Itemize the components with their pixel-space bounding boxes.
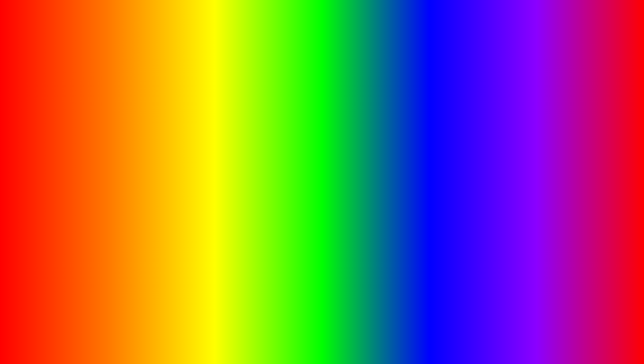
panel-fg-version: Version|X เวอร์ชั่นเอ็กซ์ xyxy=(354,122,391,128)
free-text: FREE xyxy=(453,124,531,143)
sidebar-bg-item-genneral[interactable]: 🏠 Genneral xyxy=(163,99,199,108)
panel-fg-logo: M xyxy=(219,121,227,129)
sidebar-fg-item-raid[interactable]: ⚔ Raid xyxy=(216,179,252,188)
logo-text-container: blox FRUITS xyxy=(573,314,608,331)
fg-toggle-divider3 xyxy=(265,157,266,163)
sidebar-fg-item-genneral[interactable]: 🏠 Genneral xyxy=(216,132,252,142)
sidebar-fg-item-players[interactable]: 👥 Players xyxy=(216,198,252,207)
svg-rect-0 xyxy=(29,287,40,320)
auto-farm-switch[interactable] xyxy=(320,102,331,107)
logo-fruits-text: FRUITS xyxy=(573,321,608,331)
auto-aweak-label: Auto Aweak xyxy=(268,158,378,162)
select-dungeon-label: Select Dungeon : xyxy=(257,168,285,172)
panel-fg-body: 🏠 Genneral 📈 Stats ⚙ MiscFarm 🍎 Fruit 🛒 … xyxy=(216,131,395,224)
sidebar-bg-item-raid[interactable]: ⚔ Raid xyxy=(163,146,199,155)
fg-shop-icon: 🛒 xyxy=(219,172,224,177)
sidebar-bg-item-fruit[interactable]: 🍎 Fruit xyxy=(163,127,199,136)
free-nokey-overlay: FREE NO KEY‼ xyxy=(453,124,531,160)
toggle-auto-raid-hop[interactable]: M Auto Raid Hop xyxy=(255,133,393,142)
sidebar-bg-label-shop: Shop xyxy=(173,139,182,143)
sidebar-bg-item-stats[interactable]: 📈 Stats xyxy=(163,108,199,118)
sidebar-fg-label-raid: Raid xyxy=(226,181,234,186)
fg-fruit-icon: 🍎 xyxy=(220,163,225,167)
fg-teleport-icon: 📍 xyxy=(219,191,224,195)
logo-bottom-right: ☠ blox FRUITS xyxy=(554,291,627,344)
mobile-label: MOBILE ✔ xyxy=(13,127,133,150)
update-word: UPDATE xyxy=(78,322,192,353)
panel-bg-logo: M xyxy=(166,88,173,95)
misc-icon: ⚙ xyxy=(166,120,171,125)
toggle-auto-melee-label: Auto 600 Mas Melee xyxy=(214,113,318,117)
left-text-block: MOBILE ✔ ANDROID ✔ xyxy=(13,127,133,174)
skull-icon: ☠ xyxy=(587,290,595,301)
title-container: BLOX FRUITS xyxy=(0,7,644,68)
auto-melee-switch[interactable] xyxy=(320,113,331,118)
sidebar-bg-label-fruit: Fruit xyxy=(174,129,182,134)
toggle-auto-aweak[interactable]: M Auto Aweak xyxy=(255,155,393,164)
get-fruit-inventory-switch[interactable] xyxy=(380,178,391,183)
panel-bg-hub: HUB xyxy=(194,89,204,94)
panel-fg-sidebar: 🏠 Genneral 📈 Stats ⚙ MiscFarm 🍎 Fruit 🛒 … xyxy=(216,131,253,224)
toggle-get-fruit-inventory[interactable]: M Get Fruit Inventory xyxy=(255,176,393,185)
auto-raid-normal-switch[interactable] xyxy=(380,146,391,151)
sidebar-fg-item-miscfarm[interactable]: ⚙ MiscFarm xyxy=(216,151,252,160)
teleport-to-lab-label: Teleport to Lab xyxy=(312,189,336,193)
panel-fg-header: M Makori HUB Version|X เวอร์ชั่นเอ็กซ์ xyxy=(216,119,395,131)
chevron-down-icon: ▾ xyxy=(388,168,390,172)
sidebar-bg-label-players: Players xyxy=(173,167,186,171)
sidebar-bg-item-teleport[interactable]: 📍 Teleport xyxy=(163,155,199,164)
panel-foreground: M Makori HUB Version|X เวอร์ชั่นเอ็กซ์ 🏠… xyxy=(215,119,395,225)
auto-raid-hop-switch[interactable] xyxy=(380,135,391,140)
sidebar-bg-label-teleport: Teleport xyxy=(173,157,187,162)
panel-fg-content: M Auto Raid Hop M Auto Raid Normal [One … xyxy=(253,131,395,224)
toggle-divider xyxy=(212,101,212,107)
toggle-m-icon: M xyxy=(203,101,210,108)
shop-icon: 🛒 xyxy=(166,139,171,143)
auto-aweak-switch[interactable] xyxy=(380,157,391,162)
fg-toggle-m2-icon: M xyxy=(257,145,263,152)
sidebar-fg-item-stats[interactable]: 📈 Stats xyxy=(216,142,252,151)
fg-toggle-divider1 xyxy=(265,135,266,141)
fg-toggle-m3-icon: M xyxy=(257,156,263,163)
sidebar-fg-item-fruit[interactable]: 🍎 Fruit xyxy=(216,160,252,170)
auto-raid-hop-label: Auto Raid Hop xyxy=(268,136,378,140)
sidebar-bg-item-shop[interactable]: 🛒 Shop xyxy=(163,136,199,146)
script-word: SCRIPT xyxy=(227,322,331,353)
sidebar-bg-label-genneral: Genneral xyxy=(173,101,189,106)
teleport-to-lab-button[interactable]: Teleport to Lab xyxy=(255,187,393,196)
sidebar-fg-item-teleport[interactable]: 📍 Teleport xyxy=(216,188,252,198)
paste-word: PASTE xyxy=(332,322,425,353)
toggle-m2-icon: M xyxy=(203,112,210,119)
sidebar-fg-label-miscfarm: MiscFarm xyxy=(226,153,244,158)
panel-bg-sidebar: 🏠 Genneral 📈 Stats ⚙ MiscFarm 🍎 Fruit 🛒 … xyxy=(163,98,199,191)
mobile-checkmark: ✔ xyxy=(99,127,117,150)
logo-inner: ☠ blox FRUITS xyxy=(554,291,627,344)
sidebar-bg-label-miscfarm: MiscFarm xyxy=(173,120,190,125)
players-icon: 👥 xyxy=(166,167,171,171)
sidebar-bg-item-miscfarm[interactable]: ⚙ MiscFarm xyxy=(163,118,199,127)
fg-toggle-divider2 xyxy=(265,146,266,152)
sidebar-bg-item-players[interactable]: 👥 Players xyxy=(163,164,199,174)
panel-bg-header: M Makori HUB Version|X เวอร์ชั่นเอ็กซ์ xyxy=(163,86,335,98)
sidebar-fg-label-genneral: Genneral xyxy=(226,135,242,139)
fg-toggle-m1-icon: M xyxy=(257,134,263,141)
teleport-icon: 📍 xyxy=(166,157,171,162)
fg-raid-icon: ⚔ xyxy=(219,181,224,186)
sidebar-bg-label-raid: Raid xyxy=(173,148,181,153)
fg-toggle-m4-icon: M xyxy=(257,177,263,184)
panel-bg-title: Makori xyxy=(176,89,191,94)
select-dungeon-row[interactable]: Select Dungeon : ▾ xyxy=(255,166,393,174)
sidebar-fg-label-shop: Shop xyxy=(226,172,235,177)
toggle-auto-farm[interactable]: M Auto Farm xyxy=(201,100,333,109)
title-fruits: FRUITS xyxy=(302,7,485,67)
get-fruit-inventory-label: Get Fruit Inventory xyxy=(268,179,378,183)
android-checkmark: ✔ xyxy=(116,150,133,173)
toggle-auto-raid-normal[interactable]: M Auto Raid Normal [One Click] xyxy=(255,144,393,153)
android-label: ANDROID ✔ xyxy=(13,150,133,174)
auto-raid-normal-label: Auto Raid Normal [One Click] xyxy=(268,147,378,151)
sidebar-fg-item-shop[interactable]: 🛒 Shop xyxy=(216,170,252,179)
home-icon: 🏠 xyxy=(166,101,171,106)
sidebar-fg-label-stats: Stats xyxy=(226,144,235,149)
sidebar-fg-label-teleport: Teleport xyxy=(226,191,240,195)
fg-players-icon: 👥 xyxy=(219,200,224,205)
